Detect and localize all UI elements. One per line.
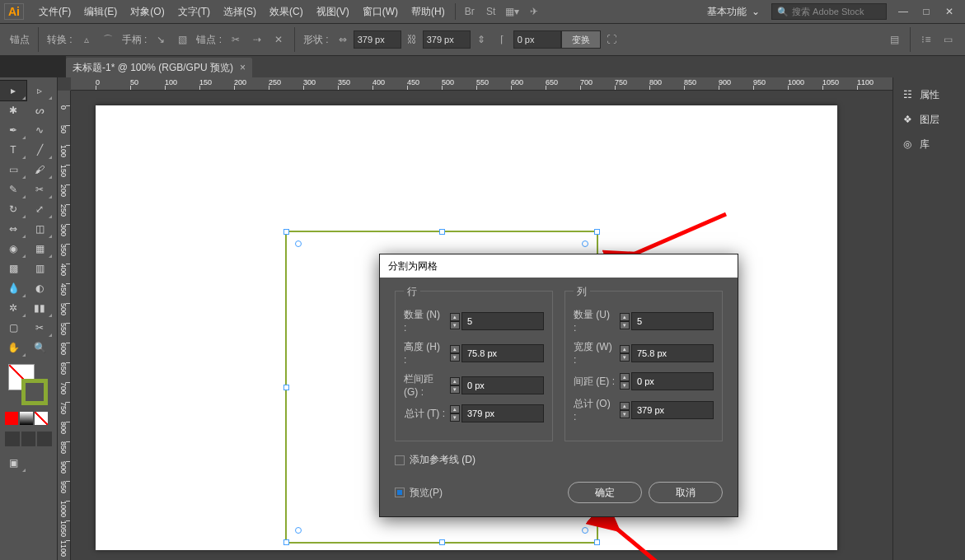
lasso-tool[interactable]: ᔕ	[26, 100, 53, 120]
corner-type-icon[interactable]: ⌈	[494, 30, 512, 49]
screen-mode-tool[interactable]: ▣	[0, 453, 26, 473]
rotate-tool[interactable]: ↻	[0, 199, 26, 219]
row-gutter-up[interactable]: ▴	[450, 377, 460, 385]
color-mode-none[interactable]	[35, 412, 48, 425]
row-total-input[interactable]	[461, 404, 544, 422]
menu-effect[interactable]: 效果(C)	[263, 0, 310, 23]
selection-tool[interactable]: ▸	[0, 81, 26, 100]
row-total-up[interactable]: ▴	[450, 405, 460, 413]
stock-icon[interactable]: St	[480, 3, 502, 20]
arrange-docs-icon[interactable]: ▦▾	[502, 3, 523, 20]
scale-tool[interactable]: ⤢	[26, 199, 53, 219]
corner-widget-nw[interactable]	[295, 240, 302, 247]
artboard-tool[interactable]: ▢	[0, 318, 26, 338]
row-count-down[interactable]: ▾	[450, 321, 460, 329]
preview-checkbox[interactable]	[395, 488, 405, 497]
resize-handle-w[interactable]	[283, 385, 289, 390]
fill-stroke-control[interactable]	[8, 364, 49, 405]
corner-widget-se[interactable]	[582, 527, 588, 534]
stroke-swatch[interactable]	[21, 379, 48, 405]
type-tool[interactable]: T	[0, 140, 26, 160]
align-icon[interactable]: ▤	[885, 30, 903, 49]
libraries-panel-button[interactable]: ◎库	[893, 132, 965, 156]
convert-corner-icon[interactable]: ▵	[77, 30, 96, 49]
menu-window[interactable]: 窗口(W)	[356, 0, 405, 23]
gpu-icon[interactable]: ✈	[523, 3, 545, 20]
col-total-down[interactable]: ▾	[620, 410, 630, 418]
anchor-remove-icon[interactable]: ✂	[227, 30, 245, 49]
shape-builder-tool[interactable]: ◉	[0, 239, 26, 259]
corner-widget-sw[interactable]	[295, 527, 302, 534]
row-count-input[interactable]	[461, 312, 544, 330]
close-button[interactable]: ✕	[938, 2, 961, 21]
ruler-horizontal[interactable]: 0501001502002503003504004505005506006507…	[71, 77, 965, 91]
handle-hide-icon[interactable]: ▧	[173, 30, 191, 49]
resize-handle-s[interactable]	[439, 539, 445, 545]
free-transform-tool[interactable]: ◫	[26, 219, 53, 239]
col-width-down[interactable]: ▾	[620, 353, 630, 362]
add-guides-checkbox[interactable]	[395, 455, 405, 465]
resize-handle-sw[interactable]	[283, 539, 289, 545]
link-wh-icon[interactable]: ⛓	[403, 30, 421, 49]
menu-select[interactable]: 选择(S)	[217, 0, 263, 23]
options-more-icon[interactable]: ⁝≡	[917, 30, 935, 49]
width-tool[interactable]: ⇔	[0, 219, 26, 239]
search-stock-input[interactable]: 🔍 搜索 Adobe Stock	[771, 3, 887, 20]
minimize-button[interactable]: —	[892, 2, 915, 21]
document-tab[interactable]: 未标题-1* @ 100% (RGB/GPU 预览) ×	[66, 58, 252, 77]
handle-show-icon[interactable]: ↘	[152, 30, 170, 49]
isolate-icon[interactable]: ⛶	[602, 30, 621, 49]
anchor-cut-icon[interactable]: ✕	[269, 30, 288, 49]
gradient-tool[interactable]: ▥	[26, 259, 53, 278]
ruler-vertical[interactable]: 0501001502002503003504004505005506006507…	[58, 91, 71, 560]
col-gutter-input[interactable]	[631, 372, 714, 390]
corner-widget-ne[interactable]	[582, 240, 588, 247]
paintbrush-tool[interactable]: 🖌	[26, 160, 53, 180]
line-tool[interactable]: ╱	[26, 140, 53, 160]
color-mode-gradient[interactable]	[20, 412, 33, 425]
resize-handle-ne[interactable]	[594, 229, 600, 235]
resize-handle-n[interactable]	[439, 229, 445, 235]
shape-width-input[interactable]	[354, 30, 401, 49]
rectangle-tool[interactable]: ▭	[0, 160, 26, 180]
menu-view[interactable]: 视图(V)	[310, 0, 356, 23]
menu-type[interactable]: 文字(T)	[171, 0, 217, 23]
shape-height-input[interactable]	[423, 30, 471, 49]
curvature-tool[interactable]: ∿	[26, 120, 53, 140]
direct-selection-tool[interactable]: ▹	[26, 81, 53, 100]
pen-tool[interactable]: ✒	[0, 120, 26, 140]
row-height-up[interactable]: ▴	[450, 345, 460, 353]
shaper-tool[interactable]: ✎	[0, 180, 26, 199]
ok-button[interactable]: 确定	[568, 482, 642, 503]
menu-file[interactable]: 文件(F)	[32, 0, 77, 23]
properties-panel-button[interactable]: ☷属性	[893, 82, 965, 107]
row-height-down[interactable]: ▾	[450, 353, 460, 362]
col-gutter-down[interactable]: ▾	[620, 381, 630, 390]
symbol-sprayer-tool[interactable]: ✲	[0, 298, 26, 318]
draw-normal-mode[interactable]	[5, 432, 20, 446]
transform-button[interactable]: 变换	[561, 30, 601, 49]
zoom-tool[interactable]: 🔍	[26, 338, 53, 357]
layers-panel-button[interactable]: ❖图层	[893, 107, 965, 132]
row-gutter-input[interactable]	[461, 376, 544, 394]
mesh-tool[interactable]: ▩	[0, 259, 26, 278]
options-menu-icon[interactable]: ▭	[939, 30, 957, 49]
menu-help[interactable]: 帮助(H)	[405, 0, 452, 23]
dialog-titlebar[interactable]: 分割为网格	[380, 254, 738, 278]
blend-tool[interactable]: ◐	[26, 278, 53, 298]
anchor-connect-icon[interactable]: ⇢	[248, 30, 266, 49]
col-count-down[interactable]: ▾	[620, 321, 630, 329]
resize-handle-nw[interactable]	[283, 229, 289, 235]
eyedropper-tool[interactable]: 💧	[0, 278, 26, 298]
magic-wand-tool[interactable]: ✱	[0, 100, 26, 120]
menu-object[interactable]: 对象(O)	[124, 0, 171, 23]
hand-tool[interactable]: ✋	[0, 338, 26, 357]
row-total-down[interactable]: ▾	[450, 413, 460, 422]
col-total-up[interactable]: ▴	[620, 402, 630, 410]
perspective-tool[interactable]: ▦	[26, 239, 53, 259]
col-count-up[interactable]: ▴	[620, 313, 630, 321]
menu-edit[interactable]: 编辑(E)	[77, 0, 124, 23]
cancel-button[interactable]: 取消	[649, 482, 723, 503]
row-gutter-down[interactable]: ▾	[450, 385, 460, 394]
workspace-switcher[interactable]: 基本功能 ⌄	[700, 5, 766, 19]
